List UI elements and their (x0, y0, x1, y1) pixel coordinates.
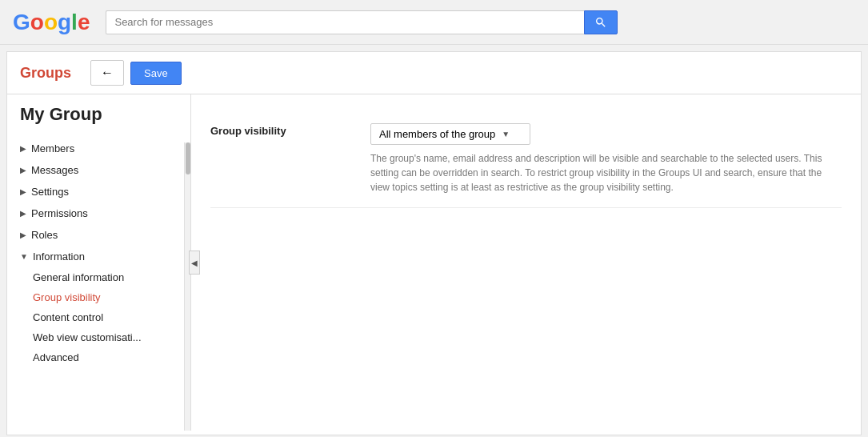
setting-control-group-visibility: All members of the group ▼ The group's n… (370, 123, 842, 194)
sidebar-label-messages: Messages (31, 164, 78, 176)
arrow-icon-settings: ▶ (20, 187, 26, 196)
arrow-icon-messages: ▶ (20, 166, 26, 174)
dropdown-caret-icon: ▼ (502, 130, 510, 138)
google-logo: Google (13, 10, 90, 35)
sidebar-label-settings: Settings (31, 186, 69, 198)
subheader: Groups ← Save (7, 52, 861, 94)
logo-letter-l: l (71, 10, 78, 35)
sidebar-nav: ▶ Members ▶ Messages ▶ Settings ▶ Permis… (7, 138, 190, 367)
sidebar-label-roles: Roles (31, 229, 58, 241)
sidebar-item-permissions[interactable]: ▶ Permissions (7, 202, 190, 224)
search-button[interactable] (584, 10, 618, 34)
search-bar (106, 10, 618, 34)
logo-letter-g2: g (58, 10, 71, 35)
sidebar-label-permissions: Permissions (31, 207, 88, 219)
sidebar-subitem-content-control[interactable]: Content control (7, 307, 190, 327)
sidebar: My Group ▶ Members ▶ Messages ▶ Settings… (7, 94, 191, 431)
sidebar-item-members[interactable]: ▶ Members (7, 138, 190, 159)
logo-letter-e: e (78, 10, 90, 35)
sidebar-scroll-thumb (186, 142, 190, 174)
topbar: Google (0, 0, 868, 45)
group-visibility-dropdown[interactable]: All members of the group ▼ (370, 123, 530, 145)
logo-letter-g: G (13, 10, 30, 35)
group-visibility-description: The group's name, email address and desc… (370, 151, 842, 194)
right-content: Group visibility All members of the grou… (191, 94, 861, 431)
logo-letter-o1: o (30, 10, 44, 35)
sidebar-subitem-group-visibility[interactable]: Group visibility (7, 287, 190, 307)
main-wrapper: Groups ← Save My Group ▶ Members ▶ Messa… (6, 51, 862, 435)
dropdown-value: All members of the group (379, 128, 495, 140)
sidebar-label-members: Members (31, 142, 74, 154)
setting-label-group-visibility: Group visibility (210, 123, 370, 137)
sidebar-subitem-web-view[interactable]: Web view customisati... (7, 327, 190, 347)
groups-link[interactable]: Groups (20, 65, 71, 82)
sidebar-label-information: Information (33, 251, 85, 263)
save-button[interactable]: Save (130, 62, 182, 85)
back-button[interactable]: ← (90, 60, 124, 86)
sidebar-scrollbar[interactable] (184, 142, 190, 431)
setting-row-group-visibility: Group visibility All members of the grou… (210, 110, 842, 208)
content-area: My Group ▶ Members ▶ Messages ▶ Settings… (7, 94, 861, 431)
arrow-icon-permissions: ▶ (20, 209, 26, 218)
sidebar-item-settings[interactable]: ▶ Settings (7, 181, 190, 202)
search-icon (594, 16, 607, 29)
search-input[interactable] (106, 10, 584, 34)
arrow-icon-roles: ▶ (20, 231, 26, 239)
collapse-panel-button[interactable]: ◀ (189, 251, 200, 275)
arrow-icon-information: ▼ (20, 252, 28, 261)
sidebar-subitem-advanced[interactable]: Advanced (7, 347, 190, 367)
group-name: My Group (7, 104, 190, 138)
sidebar-subitem-general-information[interactable]: General information (7, 267, 190, 287)
sidebar-item-information[interactable]: ▼ Information (7, 246, 190, 267)
sidebar-item-messages[interactable]: ▶ Messages (7, 159, 190, 181)
arrow-icon-members: ▶ (20, 144, 26, 153)
sidebar-item-roles[interactable]: ▶ Roles (7, 224, 190, 246)
logo-letter-o2: o (44, 10, 58, 35)
